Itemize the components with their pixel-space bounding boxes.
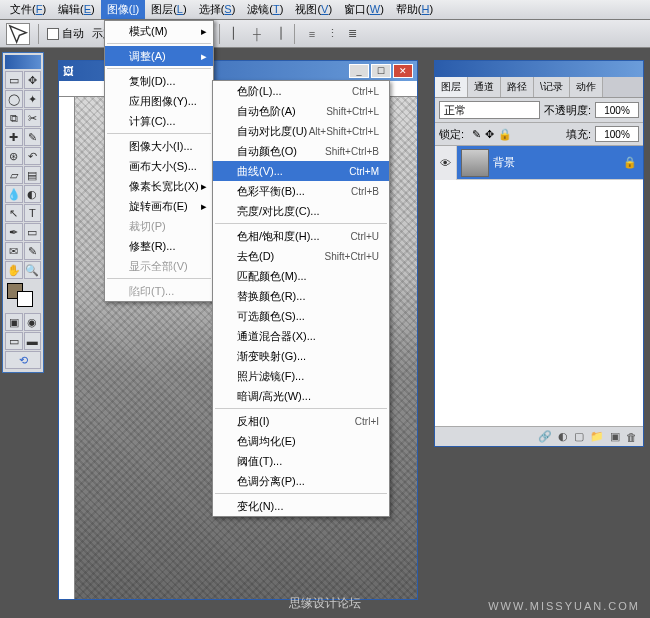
move-tool[interactable]: ✥ [24,71,42,89]
lock-move-icon[interactable]: ✥ [485,128,494,141]
lock-all-icon[interactable]: 🔒 [498,128,512,141]
menu-layer[interactable]: 图层(L) [145,0,192,19]
menu-view[interactable]: 视图(V) [289,0,338,19]
mask-icon[interactable]: ▢ [574,430,584,443]
new-layer-icon[interactable]: ▣ [610,430,620,443]
history-brush-tool[interactable]: ↶ [24,147,42,165]
menu-invert[interactable]: 反相(I)Ctrl+I [213,411,389,431]
standard-mode[interactable]: ▣ [5,313,23,331]
eyedropper-tool[interactable]: ✎ [24,242,42,260]
menu-channel-mixer[interactable]: 通道混合器(X)... [213,326,389,346]
blend-mode-select[interactable]: 正常 [439,101,540,119]
menu-apply-image[interactable]: 应用图像(Y)... [105,91,213,111]
menu-mode[interactable]: 模式(M)▸ [105,21,213,41]
menu-adjustments[interactable]: 调整(A)▸ [105,46,213,66]
background-color[interactable] [17,291,33,307]
maximize-button[interactable]: ☐ [371,64,391,78]
text-tool[interactable]: T [24,204,42,222]
screen-mode[interactable]: ▭ [5,332,23,350]
link-icon[interactable]: 🔗 [538,430,552,443]
menu-selective-color[interactable]: 可选颜色(S)... [213,306,389,326]
menu-rotate-canvas[interactable]: 旋转画布(E)▸ [105,196,213,216]
trash-icon[interactable]: 🗑 [626,431,637,443]
layer-thumbnail[interactable] [461,149,489,177]
layer-name[interactable]: 背景 [493,155,623,170]
tab-channels[interactable]: 通道 [468,77,501,97]
slice-tool[interactable]: ✂ [24,109,42,127]
blur-tool[interactable]: 💧 [5,185,23,203]
notes-tool[interactable]: ✉ [5,242,23,260]
layer-row[interactable]: 👁 背景 🔒 [435,146,643,180]
quickmask-mode[interactable]: ◉ [24,313,42,331]
minimize-button[interactable]: _ [349,64,369,78]
marquee-tool[interactable]: ▭ [5,71,23,89]
menu-color-balance[interactable]: 色彩平衡(B)...Ctrl+B [213,181,389,201]
path-tool[interactable]: ↖ [5,204,23,222]
heal-tool[interactable]: ✚ [5,128,23,146]
menu-auto-levels[interactable]: 自动色阶(A)Shift+Ctrl+L [213,101,389,121]
menu-levels[interactable]: 色阶(L)...Ctrl+L [213,81,389,101]
auto-select-checkbox[interactable]: 自动 [47,26,84,41]
menu-auto-contrast[interactable]: 自动对比度(U)Alt+Shift+Ctrl+L [213,121,389,141]
imageready-jump[interactable]: ⟲ [5,351,41,369]
panel-grip[interactable] [5,55,41,69]
panel-grip[interactable] [435,61,643,77]
menu-canvas-size[interactable]: 画布大小(S)... [105,156,213,176]
lasso-tool[interactable]: ◯ [5,90,23,108]
menu-desaturate[interactable]: 去色(D)Shift+Ctrl+U [213,246,389,266]
menu-file[interactable]: 文件(F) [4,0,52,19]
menu-pixel-aspect[interactable]: 像素长宽比(X)▸ [105,176,213,196]
folder-icon[interactable]: 📁 [590,430,604,443]
align-hcenter-icon[interactable]: ┼ [248,25,266,43]
fill-input[interactable]: 100% [595,126,639,142]
pen-tool[interactable]: ✒ [5,223,23,241]
menu-photo-filter[interactable]: 照片滤镜(F)... [213,366,389,386]
menu-gradient-map[interactable]: 渐变映射(G)... [213,346,389,366]
opacity-input[interactable]: 100% [595,102,639,118]
close-button[interactable]: ✕ [393,64,413,78]
zoom-tool[interactable]: 🔍 [24,261,42,279]
menu-brightness-contrast[interactable]: 亮度/对比度(C)... [213,201,389,221]
tool-preset-picker[interactable] [6,23,30,45]
distribute-icon[interactable]: ⋮ [323,25,341,43]
distribute-icon[interactable]: ≡ [303,25,321,43]
menu-hue-saturation[interactable]: 色相/饱和度(H)...Ctrl+U [213,226,389,246]
gradient-tool[interactable]: ▤ [24,166,42,184]
menu-variations[interactable]: 变化(N)... [213,496,389,516]
menu-match-color[interactable]: 匹配颜色(M)... [213,266,389,286]
menu-help[interactable]: 帮助(H) [390,0,439,19]
menu-trim[interactable]: 修整(R)... [105,236,213,256]
fx-icon[interactable]: ◐ [558,430,568,443]
eraser-tool[interactable]: ▱ [5,166,23,184]
hand-tool[interactable]: ✋ [5,261,23,279]
menu-image-size[interactable]: 图像大小(I)... [105,136,213,156]
menu-equalize[interactable]: 色调均化(E) [213,431,389,451]
tab-actions[interactable]: 动作 [570,77,603,97]
menu-image[interactable]: 图像(I) [101,0,145,19]
visibility-toggle[interactable]: 👁 [435,146,457,180]
align-right-icon[interactable]: ▕ [268,25,286,43]
lock-brush-icon[interactable]: ✎ [472,128,481,141]
menu-calculations[interactable]: 计算(C)... [105,111,213,131]
color-swatch[interactable] [5,283,41,313]
crop-tool[interactable]: ⧉ [5,109,23,127]
screen-mode-2[interactable]: ▬ [24,332,42,350]
menu-duplicate[interactable]: 复制(D)... [105,71,213,91]
menu-edit[interactable]: 编辑(E) [52,0,101,19]
menu-shadow-highlight[interactable]: 暗调/高光(W)... [213,386,389,406]
menu-filter[interactable]: 滤镜(T) [241,0,289,19]
shape-tool[interactable]: ▭ [24,223,42,241]
menu-replace-color[interactable]: 替换颜色(R)... [213,286,389,306]
vertical-ruler[interactable] [59,97,75,599]
menu-auto-color[interactable]: 自动颜色(O)Shift+Ctrl+B [213,141,389,161]
align-left-icon[interactable]: ▏ [228,25,246,43]
menu-window[interactable]: 窗口(W) [338,0,390,19]
menu-posterize[interactable]: 色调分离(P)... [213,471,389,491]
tab-history[interactable]: \记录 [534,77,570,97]
dodge-tool[interactable]: ◐ [24,185,42,203]
menu-threshold[interactable]: 阈值(T)... [213,451,389,471]
stamp-tool[interactable]: ⊛ [5,147,23,165]
tab-paths[interactable]: 路径 [501,77,534,97]
menu-select[interactable]: 选择(S) [193,0,242,19]
wand-tool[interactable]: ✦ [24,90,42,108]
